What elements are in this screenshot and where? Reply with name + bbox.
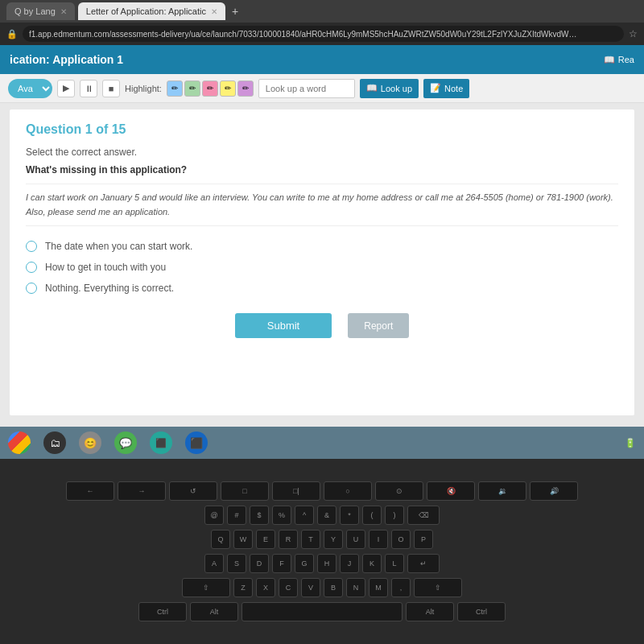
pencil-purple-icon: ✏	[242, 84, 249, 93]
lookup-input[interactable]	[258, 79, 355, 98]
new-tab-button[interactable]: +	[232, 5, 238, 18]
key-u[interactable]: U	[346, 530, 365, 549]
chat-taskbar-icon[interactable]: 💬	[114, 431, 137, 454]
highlight-label: Highlight:	[125, 84, 162, 93]
key-forward[interactable]: →	[118, 481, 166, 501]
key-ctrl-r[interactable]: Ctrl	[457, 602, 506, 621]
key-enter[interactable]: ↵	[407, 554, 440, 573]
files-taskbar-icon[interactable]: 🗂	[43, 431, 66, 454]
key-rparen[interactable]: )	[385, 506, 404, 525]
pause-button[interactable]: ⏸	[80, 80, 97, 97]
key-p[interactable]: P	[414, 530, 433, 549]
key-n[interactable]: N	[346, 578, 365, 597]
address-input[interactable]	[23, 26, 624, 42]
key-b[interactable]: B	[324, 578, 343, 597]
user-taskbar-icon[interactable]: 😊	[79, 431, 101, 454]
highlight-purple-button[interactable]: ✏	[237, 80, 254, 97]
key-circle[interactable]: ○	[324, 481, 372, 501]
radio-option-3[interactable]	[26, 283, 37, 294]
key-j[interactable]: J	[340, 554, 359, 573]
key-e[interactable]: E	[256, 530, 275, 549]
key-k[interactable]: K	[362, 554, 382, 573]
key-alt-l[interactable]: Alt	[190, 602, 238, 621]
key-i[interactable]: I	[369, 530, 388, 549]
bookmark-icon[interactable]: ☆	[629, 28, 638, 39]
tab-letter-application[interactable]: Letter of Application: Applicatic ✕	[78, 2, 225, 20]
book-icon: 📖	[366, 83, 378, 93]
key-m[interactable]: M	[369, 578, 388, 597]
key-alt-r[interactable]: Alt	[406, 602, 454, 621]
key-d[interactable]: D	[250, 554, 269, 573]
key-vol-up[interactable]: 🔊	[530, 481, 578, 501]
key-f[interactable]: F	[272, 554, 291, 573]
key-refresh[interactable]: ↺	[169, 481, 217, 501]
key-v[interactable]: V	[301, 578, 320, 597]
key-w[interactable]: W	[233, 530, 253, 549]
tab-close-icon[interactable]: ✕	[211, 7, 217, 16]
tab-q-by-lang[interactable]: Q by Lang ✕	[6, 2, 75, 20]
radio-option-2[interactable]	[26, 262, 37, 273]
key-c[interactable]: C	[279, 578, 298, 597]
key-amp[interactable]: &	[317, 506, 336, 525]
key-window[interactable]: □	[221, 481, 269, 501]
submit-button[interactable]: Submit	[235, 313, 332, 338]
key-z[interactable]: Z	[233, 578, 253, 597]
key-hash[interactable]: #	[227, 506, 246, 525]
report-button[interactable]: Report	[348, 313, 409, 338]
key-shift-l[interactable]: ⇧	[182, 578, 230, 597]
app-taskbar-icon[interactable]: ⬛	[150, 431, 172, 454]
key-g[interactable]: G	[295, 554, 314, 573]
key-t[interactable]: T	[301, 530, 320, 549]
answer-option-2[interactable]: How to get in touch with you	[26, 262, 618, 273]
key-o[interactable]: O	[391, 530, 411, 549]
highlight-green-button[interactable]: ✏	[184, 80, 200, 97]
key-a[interactable]: A	[204, 554, 224, 573]
note-button[interactable]: 📝 Note	[423, 79, 469, 98]
key-asterisk[interactable]: *	[340, 506, 359, 525]
key-q[interactable]: Q	[211, 530, 230, 549]
key-at[interactable]: @	[204, 506, 224, 525]
lookup-button[interactable]: 📖 Look up	[360, 79, 419, 98]
toolbar: Ava ▶ ⏸ ■ Highlight: ✏ ✏ ✏ ✏ ✏ 📖 Loo	[0, 74, 644, 103]
key-l[interactable]: L	[385, 554, 404, 573]
answer-option-3[interactable]: Nothing. Everything is correct.	[26, 283, 618, 294]
avatar-select[interactable]: Ava	[8, 79, 52, 98]
key-x[interactable]: X	[256, 578, 275, 597]
stop-button[interactable]: ■	[102, 80, 120, 97]
key-fullscreen[interactable]: □|	[272, 481, 320, 501]
answer-option-1[interactable]: The date when you can start work.	[26, 241, 618, 252]
key-mute[interactable]: 🔇	[427, 481, 475, 501]
key-back[interactable]: ←	[66, 481, 114, 501]
key-vol-down[interactable]: 🔉	[478, 481, 526, 501]
chrome-taskbar-icon[interactable]	[8, 431, 31, 454]
key-backspace[interactable]: ⌫	[407, 506, 440, 525]
pencil-blue-icon: ✏	[171, 84, 178, 93]
key-comma[interactable]: ,	[391, 578, 411, 597]
highlight-blue-button[interactable]: ✏	[167, 80, 183, 97]
tab-close-icon[interactable]: ✕	[60, 7, 67, 16]
key-lparen[interactable]: (	[362, 506, 382, 525]
key-shift-r[interactable]: ⇧	[414, 578, 462, 597]
settings-taskbar-icon[interactable]: ⬛	[185, 431, 208, 454]
highlight-yellow-button[interactable]: ✏	[220, 80, 236, 97]
key-h[interactable]: H	[317, 554, 336, 573]
key-space[interactable]	[242, 602, 402, 621]
key-dollar[interactable]: $	[250, 506, 269, 525]
system-tray: 🔋	[625, 438, 636, 448]
key-r[interactable]: R	[279, 530, 298, 549]
key-pct[interactable]: %	[272, 506, 291, 525]
passage-text: I can start work on January 5 and would …	[26, 184, 618, 226]
key-s[interactable]: S	[227, 554, 246, 573]
key-ctrl-l[interactable]: Ctrl	[138, 602, 187, 621]
key-caret[interactable]: ^	[295, 506, 314, 525]
key-y[interactable]: Y	[324, 530, 343, 549]
taskbar: 🗂 😊 💬 ⬛ ⬛ 🔋	[0, 427, 644, 459]
option-label-1: The date when you can start work.	[45, 241, 192, 252]
app-header: ication: Application 1 📖 Rea	[0, 45, 644, 74]
play-button[interactable]: ▶	[57, 80, 75, 97]
pencil-green-icon: ✏	[189, 84, 196, 93]
highlight-pink-button[interactable]: ✏	[202, 80, 218, 97]
radio-option-1[interactable]	[26, 241, 37, 252]
key-power[interactable]: ⊙	[375, 481, 423, 501]
read-button[interactable]: 📖 Rea	[604, 55, 634, 65]
